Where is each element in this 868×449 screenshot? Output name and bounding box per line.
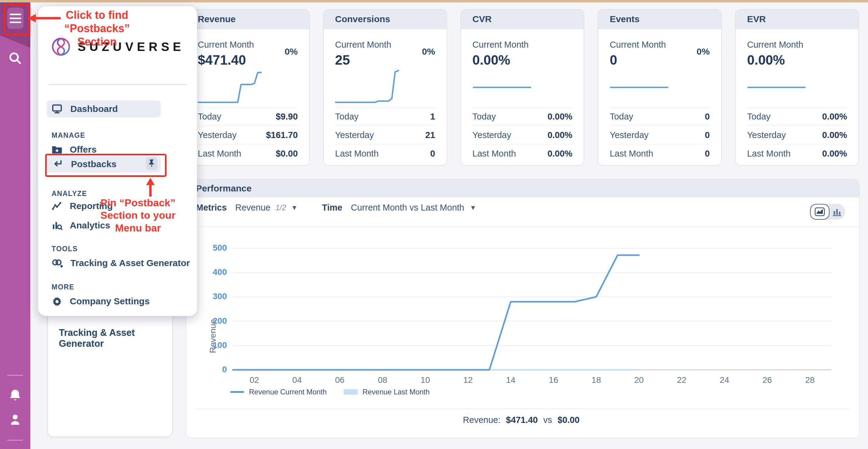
summary-divider [196, 408, 849, 409]
kpi-cards-row: Revenue Current Month $471.40 0% Today$9… [186, 9, 859, 165]
x-axis-tick: 20 [634, 375, 644, 385]
performance-line-chart [233, 247, 834, 371]
time-label: Time [322, 203, 342, 213]
card-title: Events [598, 9, 721, 29]
stat-row: Last Month0 [335, 144, 435, 162]
stat-row: Yesterday0.00% [747, 126, 847, 144]
metric-select[interactable]: Revenue 1/2 ▼ [235, 203, 298, 213]
metrics-label: Metrics [196, 203, 227, 213]
legend-item-last[interactable]: Revenue Last Month [344, 388, 429, 396]
x-axis-tick: 06 [335, 375, 344, 385]
y-axis-tick: 500 [203, 243, 227, 253]
legend-rect-swatch [344, 389, 358, 395]
sidebar-divider [7, 375, 23, 376]
x-axis-tick: 10 [421, 375, 430, 385]
folder-star-icon [52, 144, 62, 155]
search-icon[interactable] [8, 51, 23, 65]
drawer-divider [49, 84, 186, 85]
y-axis-tick: 0 [203, 365, 227, 375]
x-axis-tick: 08 [378, 375, 387, 385]
period-label: Current Month [335, 40, 391, 50]
change-percent: 0% [696, 47, 710, 57]
sidebar [0, 2, 30, 449]
stat-row: Last Month0.00% [472, 144, 572, 162]
panel-divider [186, 226, 859, 227]
sidebar-item-dashboard[interactable]: Dashboard [47, 100, 161, 117]
stat-row: Last Month$0.00 [198, 144, 298, 162]
hamburger-menu-icon[interactable] [7, 7, 24, 29]
legend-line-swatch [230, 391, 244, 393]
menu-section-label: MORE [52, 283, 74, 291]
period-label: Current Month [198, 40, 254, 50]
tracking-asset-generator-card: Tracking & Asset Generator [48, 303, 173, 437]
user-icon[interactable] [8, 413, 23, 427]
y-axis-tick: 100 [203, 340, 227, 350]
change-percent: 0% [422, 47, 435, 57]
period-label: Current Month [472, 40, 529, 50]
sidebar-divider [7, 440, 23, 441]
kpi-card-cvr: CVR Current Month 0.00% Today0.00% Yeste… [461, 9, 584, 165]
stat-row: Today0.00% [472, 107, 572, 126]
nav-drawer: SUZUVERSE Dashboard MANAGE Offers Postba… [38, 6, 197, 316]
chevron-down-icon: ▼ [470, 204, 476, 212]
stat-row: Today0.00% [747, 107, 847, 126]
annotation-click-to-find: Click to find “Postbacks” Section [45, 8, 149, 49]
metrics-controls: Metrics Revenue 1/2 ▼ Time Current Month… [196, 203, 476, 213]
stat-row: Yesterday$161.70 [198, 126, 298, 144]
stat-row: Yesterday0.00% [472, 126, 572, 144]
performance-header: Performance [186, 180, 859, 197]
chevron-down-icon: ▼ [291, 204, 298, 212]
annotation-arrow-left-icon [32, 17, 61, 20]
card-title: Revenue [186, 9, 309, 29]
x-axis-tick: 26 [763, 375, 772, 385]
card-value: 0 [610, 53, 617, 68]
y-axis-tick: 300 [203, 292, 227, 301]
stat-row: Last Month0.00% [747, 144, 847, 162]
line-chart-toggle-icon[interactable] [810, 204, 830, 220]
x-axis-tick: 18 [591, 375, 601, 385]
x-axis-tick: 16 [549, 375, 558, 385]
annotation-arrow-up-icon [149, 181, 152, 197]
card-title: Conversions [323, 9, 447, 29]
card-value: 0.00% [472, 53, 510, 68]
card-title: EVR [736, 9, 859, 29]
performance-panel: Performance Metrics Revenue 1/2 ▼ Time C… [186, 179, 860, 438]
link-plus-icon [52, 258, 63, 268]
x-axis-tick: 14 [506, 375, 515, 385]
stat-row: Yesterday0 [610, 126, 710, 144]
menu-section-label: ANALYZE [52, 189, 87, 198]
stat-row: Last Month0 [610, 144, 710, 162]
x-axis-tick: 12 [463, 375, 473, 385]
chart-type-toggle [810, 204, 845, 220]
change-percent: 0% [284, 47, 298, 57]
y-axis-tick: 400 [203, 267, 227, 277]
chart-legend: Revenue Current Month Revenue Last Month [230, 388, 430, 396]
revenue-summary: Revenue: $471.40 vs $0.00 [186, 415, 859, 425]
x-axis-tick: 02 [250, 375, 259, 385]
annotation-pin-postback: Pin “Postback” Section to your Menu bar [94, 197, 182, 234]
card-title: CVR [461, 9, 584, 29]
period-label: Current Month [747, 40, 803, 50]
stat-row: Today1 [335, 107, 435, 126]
stat-row: Yesterday21 [335, 126, 435, 144]
time-select[interactable]: Current Month vs Last Month ▼ [351, 203, 476, 213]
bell-icon[interactable] [8, 388, 23, 403]
kpi-card-evr: EVR Current Month 0.00% Today0.00% Yeste… [735, 9, 859, 165]
menu-section-label: TOOLS [52, 245, 78, 253]
stat-row: Today0 [610, 107, 710, 126]
sidebar-item-tracking-asset-generator[interactable]: Tracking & Asset Generator [47, 256, 175, 270]
card-value: 0.00% [747, 53, 785, 68]
card-title: Tracking & Asset Generator [59, 327, 172, 349]
menu-section-label: MANAGE [52, 131, 85, 140]
legend-item-current[interactable]: Revenue Current Month [230, 388, 327, 396]
period-label: Current Month [610, 40, 666, 50]
card-value: 25 [335, 53, 350, 68]
monitor-icon [52, 103, 62, 114]
kpi-card-events: Events Current Month 0 0% Today0 Yesterd… [598, 9, 721, 165]
x-axis-tick: 28 [805, 375, 815, 385]
sidebar-item-company-settings[interactable]: Company Settings [47, 294, 175, 308]
top-accent-strip [0, 0, 868, 2]
dashboard-app: Click to find “Postbacks” Section Pin “P… [0, 0, 868, 449]
kpi-card-conversions: Conversions Current Month 25 0% Today1 Y… [323, 9, 447, 165]
bar-chart-toggle-icon[interactable] [830, 207, 845, 216]
